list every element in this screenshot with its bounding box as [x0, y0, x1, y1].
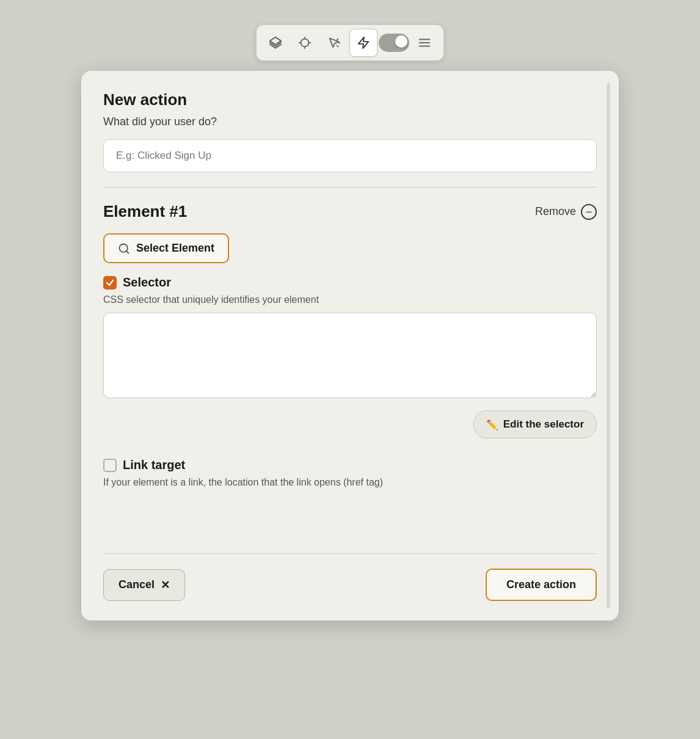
- svg-line-6: [337, 39, 338, 40]
- layers-button[interactable]: [261, 29, 290, 57]
- remove-button[interactable]: Remove −: [535, 204, 597, 220]
- svg-marker-9: [359, 37, 369, 48]
- bottom-bar: Cancel ✕ Create action: [103, 553, 597, 601]
- cursor-sparkle-button[interactable]: [320, 29, 348, 57]
- remove-icon: −: [581, 204, 597, 220]
- selector-label: Selector: [123, 275, 171, 289]
- element-title: Element #1: [103, 202, 187, 221]
- svg-line-8: [337, 46, 338, 47]
- toggle-button[interactable]: [379, 34, 409, 52]
- link-target-description: If your element is a link, the location …: [103, 477, 597, 488]
- create-action-label: Create action: [506, 578, 576, 591]
- selector-textarea[interactable]: [103, 313, 597, 398]
- svg-line-14: [126, 250, 129, 253]
- edit-selector-label: Edit the selector: [503, 418, 584, 431]
- cancel-button[interactable]: Cancel ✕: [103, 569, 185, 601]
- select-element-button[interactable]: Select Element: [103, 233, 229, 263]
- link-target-section: Link target If your element is a link, t…: [103, 458, 597, 488]
- selector-row: Selector: [103, 275, 597, 289]
- selector-section: Selector CSS selector that uniquely iden…: [103, 275, 597, 453]
- svg-point-1: [301, 39, 309, 47]
- cancel-label: Cancel: [118, 578, 155, 591]
- section-divider: [103, 187, 597, 187]
- link-target-checkbox[interactable]: [103, 459, 117, 472]
- element-header: Element #1 Remove −: [103, 202, 597, 221]
- selector-checkbox[interactable]: [103, 276, 117, 289]
- menu-button[interactable]: [410, 29, 439, 57]
- remove-label: Remove: [535, 205, 576, 218]
- selector-description: CSS selector that uniquely identifies yo…: [103, 294, 597, 305]
- toolbar: [256, 24, 444, 61]
- edit-selector-button[interactable]: ✏️ Edit the selector: [473, 410, 597, 439]
- pencil-icon: ✏️: [486, 419, 498, 431]
- link-target-row: Link target: [103, 458, 597, 472]
- link-target-label: Link target: [123, 458, 185, 472]
- lightning-button[interactable]: [349, 29, 377, 57]
- crosshair-button[interactable]: [291, 29, 319, 57]
- action-name-input[interactable]: [103, 139, 597, 172]
- cancel-icon: ✕: [161, 578, 170, 592]
- modal-subtitle: What did your user do?: [103, 115, 597, 128]
- new-action-modal: New action What did your user do? Elemen…: [81, 71, 619, 621]
- create-action-button[interactable]: Create action: [486, 569, 597, 601]
- select-element-label: Select Element: [136, 242, 214, 255]
- modal-title: New action: [103, 90, 597, 109]
